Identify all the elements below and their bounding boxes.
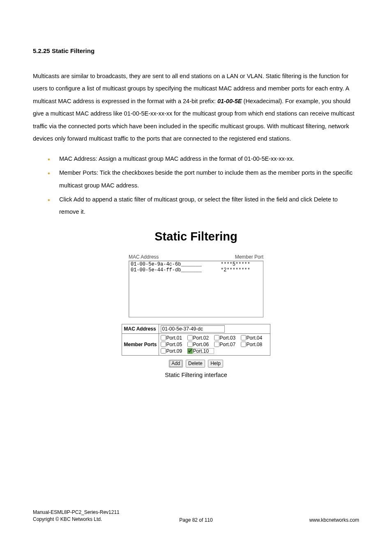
port-checkbox[interactable]: [241, 335, 246, 340]
button-row: Add Delete Help: [122, 360, 270, 368]
port-label: Port.03: [220, 335, 236, 341]
port-label: Port.07: [220, 342, 236, 347]
port-label: Port.01: [166, 335, 182, 341]
port-label: Port.10: [193, 348, 209, 354]
add-button[interactable]: Add: [169, 360, 182, 368]
bullet-text: Member Ports: Tick the checkboxes beside…: [59, 169, 353, 188]
port-label: Port.06: [193, 342, 209, 347]
port-label: Port.04: [247, 335, 263, 341]
port-label: Port.02: [193, 335, 209, 341]
port-checkbox-item[interactable]: Port.03: [214, 335, 241, 341]
section-title: Static Filtering: [52, 47, 95, 54]
col-mac: MAC Address: [129, 254, 159, 260]
port-label: Port.09: [166, 348, 182, 354]
footer-page: Page 82 of 110: [33, 517, 359, 523]
col-member: Member Port: [235, 254, 263, 260]
port-checkbox[interactable]: [187, 335, 193, 340]
port-checkbox-item[interactable]: Port.04: [241, 335, 267, 341]
list-member-port: ****5*****: [210, 261, 261, 267]
member-ports-label: Member Ports: [122, 333, 159, 355]
delete-button[interactable]: Delete: [186, 360, 205, 368]
body-paragraph: Multicasts are similar to broadcasts, th…: [33, 70, 359, 145]
list-item[interactable]: 01-00-5e-9a-4c-6b_______ ****5*****: [131, 261, 261, 267]
mac-address-cell: [159, 324, 270, 333]
bullet-item: Member Ports: Tick the checkboxes beside…: [48, 166, 359, 192]
member-ports-cell: Port.01Port.02Port.03Port.04Port.05Port.…: [159, 333, 270, 355]
port-checkbox-item[interactable]: Port.06: [187, 342, 214, 347]
bullet-list: MAC Address: Assign a multicast group MA…: [48, 153, 359, 218]
port-label: Port.05: [166, 342, 182, 347]
port-checkbox[interactable]: [214, 335, 219, 340]
bullet-item: Click Add to append a static filter of m…: [48, 193, 359, 218]
port-checkbox[interactable]: [214, 342, 219, 347]
port-checkbox[interactable]: [187, 342, 193, 347]
mac-address-label: MAC Address: [122, 324, 159, 333]
form-table: MAC Address Member Ports Port.01Port.02P…: [122, 324, 270, 356]
port-checkbox-item[interactable]: Port.08: [241, 342, 267, 347]
mac-address-input[interactable]: [161, 325, 225, 333]
section-number: 5.2.25: [33, 47, 50, 54]
port-checkbox[interactable]: [161, 342, 166, 347]
list-mac: 01-00-5e-44-ff-db_______: [131, 267, 210, 273]
port-checkbox-item[interactable]: Port.09: [161, 348, 187, 354]
help-button[interactable]: Help: [208, 360, 223, 368]
list-mac: 01-00-5e-9a-4c-6b_______: [131, 261, 210, 267]
listbox-headers: MAC Address Member Port: [129, 254, 263, 260]
figure-caption: Static Filtering interface: [122, 372, 270, 378]
port-checkbox[interactable]: [161, 348, 166, 354]
filter-listbox[interactable]: 01-00-5e-9a-4c-6b_______ ****5***** 01-0…: [129, 261, 263, 317]
bullet-text: MAC Address: Assign a multicast group MA…: [59, 155, 294, 162]
mac-prefix: 01-00-5E: [217, 98, 242, 104]
port-checkbox[interactable]: [241, 342, 246, 347]
port-checkbox-item[interactable]: Port.02: [187, 335, 214, 341]
figure-title: Static Filtering: [33, 230, 359, 243]
footer-manual: Manual-ESML8P-PC2_Series-Rev1211: [33, 509, 120, 516]
figure: Static Filtering MAC Address Member Port…: [33, 230, 359, 378]
section-heading: 5.2.25 Static Filtering: [33, 47, 359, 54]
port-checkbox-item[interactable]: Port.05: [161, 342, 187, 347]
port-checkbox-item[interactable]: Port.10: [187, 348, 214, 354]
port-checkbox-item[interactable]: Port.07: [214, 342, 241, 347]
port-checkbox[interactable]: [161, 335, 166, 340]
port-checkbox-item[interactable]: Port.01: [161, 335, 187, 341]
port-label: Port.08: [247, 342, 263, 347]
page-footer: Manual-ESML8P-PC2_Series-Rev1211 Copyrig…: [33, 509, 359, 523]
list-item[interactable]: 01-00-5e-44-ff-db_______ *2********: [131, 267, 261, 273]
list-member-port: *2********: [210, 267, 261, 273]
bullet-text: Click Add to append a static filter of m…: [59, 196, 338, 215]
bullet-item: MAC Address: Assign a multicast group MA…: [48, 153, 359, 165]
port-checkbox[interactable]: [187, 348, 193, 354]
